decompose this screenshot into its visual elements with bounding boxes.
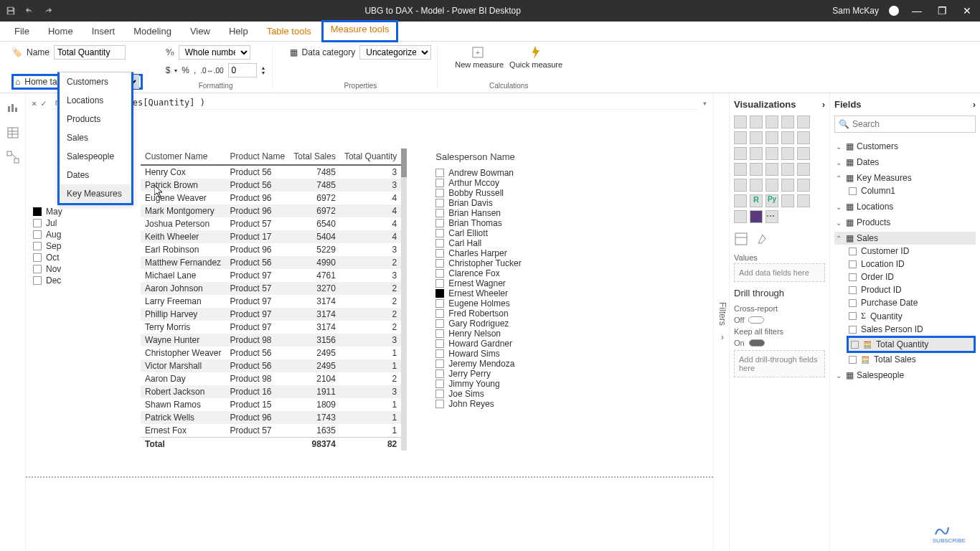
menu-modeling[interactable]: Modeling: [125, 23, 180, 39]
formula-commit-icon[interactable]: ✓: [41, 98, 46, 108]
checkbox-icon[interactable]: [435, 189, 444, 197]
checkbox-icon[interactable]: [849, 312, 857, 320]
viz-stacked-area-icon[interactable]: [781, 131, 794, 144]
viz-python-icon[interactable]: Py: [765, 194, 778, 207]
checkbox-icon[interactable]: [849, 299, 857, 307]
checkbox-icon[interactable]: [33, 265, 42, 273]
close-button[interactable]: ✕: [960, 5, 974, 17]
report-view-icon[interactable]: [6, 102, 19, 115]
format-tab-icon[interactable]: [755, 232, 770, 246]
decimal-up[interactable]: ▲: [261, 65, 266, 70]
viz-line-icon[interactable]: [750, 131, 763, 144]
table-row[interactable]: Earl RobinsonProduct 9652293: [141, 243, 401, 256]
checkbox-icon[interactable]: [435, 209, 444, 217]
field-location-id[interactable]: Location ID: [849, 258, 976, 270]
table-row[interactable]: Keith WheelerProduct 1754044: [141, 230, 401, 243]
field-total-quantity[interactable]: 🧮Total Quantity: [847, 336, 976, 353]
table-row[interactable]: Henry CoxProduct 5674853: [141, 165, 401, 179]
viz-matrix-icon[interactable]: [734, 194, 747, 207]
maximize-button[interactable]: ❐: [935, 5, 950, 17]
viz-qa-icon[interactable]: [734, 210, 747, 223]
table-row[interactable]: Patrick BrownProduct 5674853: [141, 179, 401, 192]
table-row[interactable]: Eugene WeaverProduct 9669724: [141, 192, 401, 204]
table-row[interactable]: Mark MontgomeryProduct 9669724: [141, 204, 401, 217]
format-dropdown[interactable]: Whole number: [179, 45, 250, 60]
viz-filled-map-icon[interactable]: [797, 163, 810, 176]
subscribe-badge[interactable]: SUBSCRIBE: [933, 523, 966, 544]
checkbox-icon[interactable]: [435, 349, 444, 358]
checkbox-icon[interactable]: [435, 329, 444, 338]
field-column1[interactable]: Column1: [849, 184, 976, 197]
checkbox-icon[interactable]: [435, 380, 444, 388]
menu-view[interactable]: View: [182, 23, 219, 39]
slicer-item[interactable]: Carl Hall: [435, 238, 572, 248]
name-input[interactable]: [54, 45, 126, 60]
filters-pane-collapsed[interactable]: Filters ›: [713, 93, 729, 551]
checkbox-icon[interactable]: [849, 326, 857, 334]
datacat-dropdown[interactable]: Uncategorized: [359, 45, 431, 60]
table-row[interactable]: Terry MorrisProduct 9731742: [141, 321, 401, 334]
viz-donut-icon[interactable]: [750, 163, 763, 176]
table-row[interactable]: Larry FreemanProduct 9731742: [141, 295, 401, 308]
chevron-right-icon[interactable]: ›: [973, 99, 976, 110]
drill-well[interactable]: Add drill-through fields here: [734, 350, 825, 377]
checkbox-icon[interactable]: [435, 289, 444, 298]
viz-clustered-column-icon[interactable]: [781, 116, 794, 128]
col-customer[interactable]: Customer Name: [141, 149, 226, 165]
chevron-right-icon[interactable]: ›: [822, 99, 825, 110]
table-scrollbar[interactable]: [401, 149, 407, 451]
field-purchase-date[interactable]: Purchase Date: [849, 296, 976, 309]
checkbox-icon[interactable]: [435, 339, 444, 348]
values-well[interactable]: Add data fields here: [734, 263, 825, 282]
slicer-item[interactable]: Brian Thomas: [435, 218, 572, 228]
table-row[interactable]: Joshua PetersonProduct 5765404: [141, 217, 401, 230]
viz-custom-icon[interactable]: [750, 210, 763, 223]
slicer-item[interactable]: Carl Elliott: [435, 228, 572, 238]
table-products[interactable]: ⌄▦Products: [834, 216, 976, 229]
checkbox-icon[interactable]: [849, 187, 857, 195]
slicer-item[interactable]: Christopher Tucker: [435, 258, 572, 268]
viz-100-bar-icon[interactable]: [797, 116, 810, 128]
comma-button[interactable]: ,: [194, 65, 196, 75]
field-product-id[interactable]: Product ID: [849, 283, 976, 296]
menu-table-tools[interactable]: Table tools: [258, 23, 320, 39]
checkbox-icon[interactable]: [33, 276, 42, 285]
viz-100-column-icon[interactable]: [734, 131, 747, 144]
cross-report-toggle[interactable]: [748, 316, 764, 324]
percent-button[interactable]: %: [182, 65, 189, 75]
checkbox-icon[interactable]: [435, 249, 444, 258]
slicer-item[interactable]: Brian Hansen: [435, 208, 572, 218]
viz-treemap-icon[interactable]: [765, 163, 778, 176]
slicer-item[interactable]: Bobby Russell: [435, 188, 572, 198]
model-view-icon[interactable]: [6, 151, 19, 164]
viz-slicer-icon[interactable]: [781, 179, 794, 192]
viz-pie-icon[interactable]: [734, 163, 747, 176]
viz-line-column-icon[interactable]: [797, 131, 810, 144]
slicer-item[interactable]: Jeremy Mendoza: [435, 359, 572, 369]
slicer-item[interactable]: Arthur Mccoy: [435, 178, 572, 188]
viz-clustered-bar-icon[interactable]: [765, 116, 778, 128]
col-total-qty[interactable]: Total Quantity: [340, 149, 401, 165]
slicer-item[interactable]: Clarence Fox: [435, 268, 572, 278]
dd-item-customers[interactable]: Customers: [60, 72, 131, 91]
checkbox-icon[interactable]: [849, 286, 857, 294]
quick-measure-button[interactable]: Quick measure: [509, 44, 562, 69]
checkbox-icon[interactable]: [435, 319, 444, 328]
dd-item-key-measures[interactable]: Key Measures: [60, 184, 131, 203]
checkbox-icon[interactable]: [849, 260, 857, 268]
table-row[interactable]: Christopher WeaverProduct 5624951: [141, 347, 401, 359]
viz-card-icon[interactable]: [750, 179, 763, 192]
decimal-input[interactable]: [228, 63, 257, 77]
checkbox-icon[interactable]: [435, 179, 444, 187]
slicer-item[interactable]: Ernest Wagner: [435, 278, 572, 288]
viz-more-icon[interactable]: ⋯: [765, 210, 778, 223]
checkbox-icon[interactable]: [435, 369, 444, 378]
dd-item-locations[interactable]: Locations: [60, 91, 131, 110]
checkbox-icon[interactable]: [849, 248, 857, 255]
checkbox-icon[interactable]: [435, 390, 444, 398]
checkbox-icon[interactable]: [435, 269, 444, 278]
checkbox-icon[interactable]: [435, 400, 444, 408]
new-measure-button[interactable]: + New measure: [455, 44, 504, 69]
viz-area-icon[interactable]: [765, 131, 778, 144]
checkbox-icon[interactable]: [849, 273, 857, 281]
